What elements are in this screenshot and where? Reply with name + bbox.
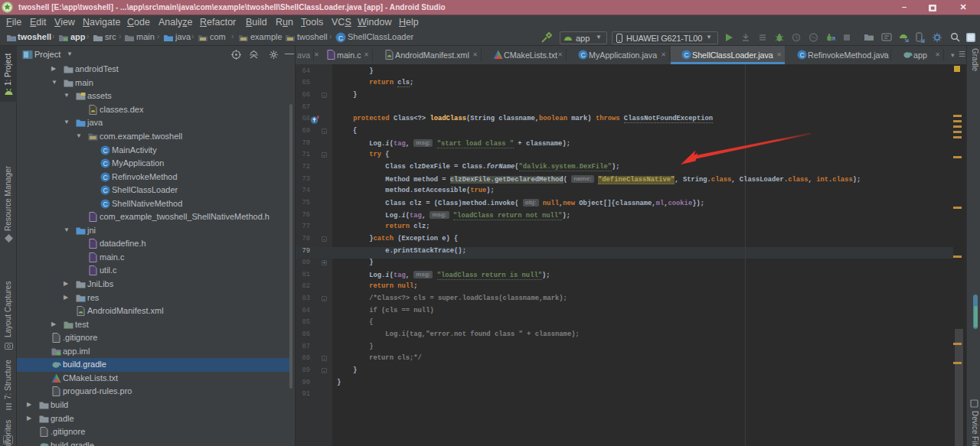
svg-text:C: C: [338, 34, 344, 42]
